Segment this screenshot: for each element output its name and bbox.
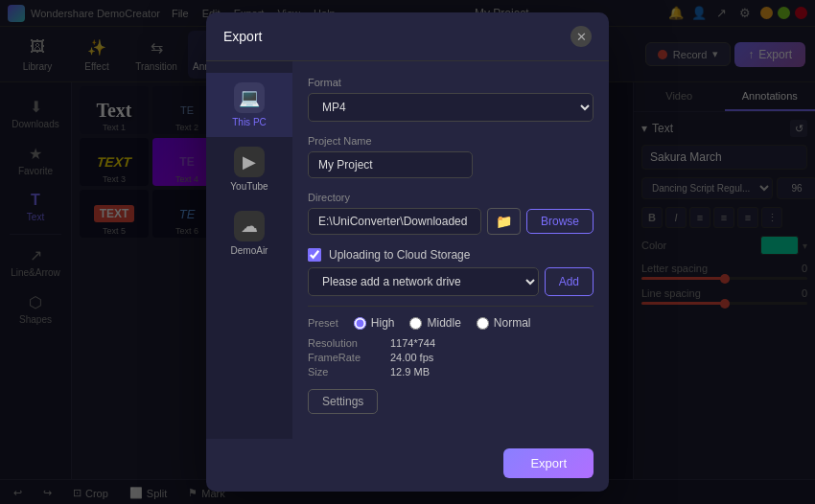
format-input-row: MP4 — [308, 93, 594, 122]
modal-header: Export ✕ — [206, 12, 609, 61]
modal-close-button[interactable]: ✕ — [570, 26, 592, 47]
directory-label: Directory — [308, 192, 594, 203]
browse-button[interactable]: Browse — [526, 209, 594, 234]
modal-side-demoair[interactable]: ☁ DemoAir — [206, 201, 292, 265]
preset-high[interactable]: High — [354, 316, 395, 330]
preset-high-label: High — [371, 316, 395, 330]
demoair-icon: ☁ — [234, 211, 265, 241]
framerate-value: 24.00 fps — [390, 352, 433, 363]
thispc-label: This PC — [232, 117, 267, 127]
preset-high-radio[interactable] — [354, 317, 366, 330]
resolution-value: 1174*744 — [390, 337, 435, 349]
format-label: Format — [308, 77, 594, 88]
settings-button[interactable]: Settings — [308, 389, 378, 414]
upload-checkbox-row: Uploading to Cloud Storage — [308, 248, 594, 262]
modal-body: 💻 This PC ▶ YouTube ☁ DemoAir Format — [206, 61, 609, 439]
modal-side-youtube[interactable]: ▶ YouTube — [206, 137, 292, 201]
preset-normal[interactable]: Normal — [477, 316, 531, 330]
format-field: Format MP4 — [308, 77, 594, 122]
project-name-field: Project Name — [308, 135, 594, 178]
close-icon: ✕ — [576, 30, 587, 44]
framerate-label: FrameRate — [308, 352, 384, 363]
preset-row: Preset High Middle Normal — [308, 316, 594, 330]
framerate-row: FrameRate 24.00 fps — [308, 352, 594, 363]
preset-details: Resolution 1174*744 FrameRate 24.00 fps … — [308, 337, 594, 378]
browse-label: Browse — [541, 215, 579, 228]
directory-input[interactable] — [308, 208, 481, 235]
size-label: Size — [308, 366, 384, 378]
preset-label: Preset — [308, 317, 338, 329]
format-select[interactable]: MP4 — [308, 93, 594, 122]
modal-sidebar: 💻 This PC ▶ YouTube ☁ DemoAir — [206, 61, 292, 439]
network-drive-select[interactable]: Please add a network drive — [308, 267, 539, 296]
add-label: Add — [559, 275, 579, 288]
youtube-label: YouTube — [230, 181, 268, 192]
upload-label: Uploading to Cloud Storage — [329, 248, 470, 262]
project-name-label: Project Name — [308, 135, 594, 147]
export-modal-button[interactable]: Export — [503, 448, 594, 478]
thispc-icon: 💻 — [234, 82, 265, 113]
modal-title: Export — [223, 29, 262, 44]
modal-main-form: Format MP4 Project Name Directory — [292, 61, 609, 439]
preset-normal-radio[interactable] — [477, 317, 489, 330]
upload-checkbox[interactable] — [308, 248, 321, 262]
modal-divider — [308, 306, 594, 307]
directory-input-row: 📁 Browse — [308, 208, 594, 235]
preset-normal-label: Normal — [494, 316, 531, 330]
modal-overlay: Export ✕ 💻 This PC ▶ YouTube ☁ DemoAir — [0, 0, 815, 504]
modal-footer: Export — [206, 439, 609, 492]
resolution-label: Resolution — [308, 337, 384, 349]
project-name-input[interactable] — [308, 151, 473, 178]
network-drive-row: Please add a network drive Add — [308, 267, 594, 296]
resolution-row: Resolution 1174*744 — [308, 337, 594, 349]
add-network-button[interactable]: Add — [545, 267, 594, 296]
directory-folder-icon[interactable]: 📁 — [487, 208, 521, 235]
size-value: 12.9 MB — [390, 366, 430, 378]
demoair-label: DemoAir — [231, 245, 268, 256]
export-modal-label: Export — [530, 456, 567, 470]
export-modal: Export ✕ 💻 This PC ▶ YouTube ☁ DemoAir — [206, 12, 609, 492]
settings-label: Settings — [322, 395, 363, 408]
youtube-icon: ▶ — [234, 147, 265, 177]
modal-side-thispc[interactable]: 💻 This PC — [206, 73, 292, 137]
preset-middle-radio[interactable] — [409, 317, 422, 330]
directory-field: Directory 📁 Browse — [308, 192, 594, 235]
preset-middle-label: Middle — [427, 316, 460, 330]
preset-middle[interactable]: Middle — [409, 316, 460, 330]
size-row: Size 12.9 MB — [308, 366, 594, 378]
